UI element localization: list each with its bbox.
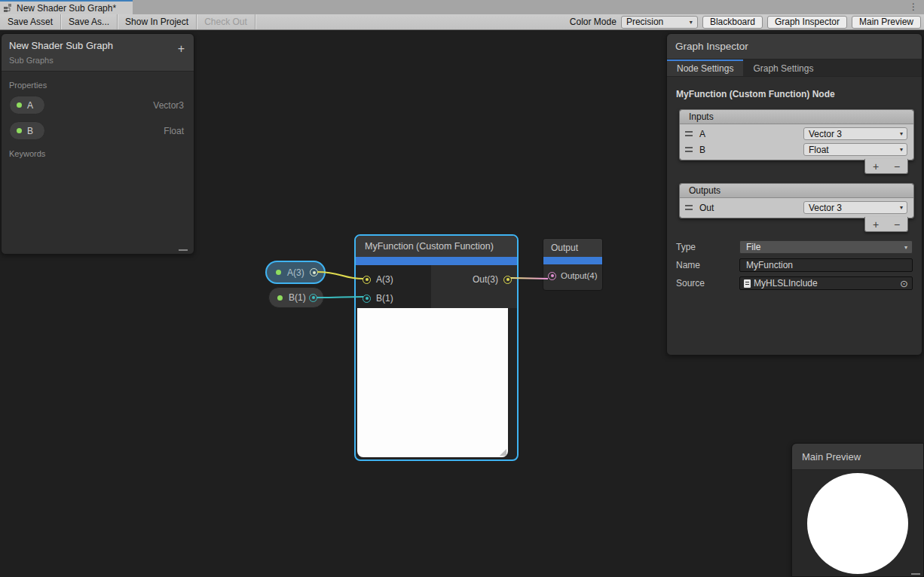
save-as-button[interactable]: Save As... <box>61 14 118 29</box>
add-input-button[interactable]: + <box>873 161 879 172</box>
property-dot-icon <box>276 270 281 275</box>
property-pill[interactable]: B <box>9 121 45 140</box>
shader-graph-window: New Shader Sub Graph* ⋮ Save Asset Save … <box>0 0 924 577</box>
show-in-project-button[interactable]: Show In Project <box>118 14 197 29</box>
panel-resize-handle[interactable] <box>911 573 920 575</box>
port-icon-vector4[interactable] <box>548 272 556 280</box>
toolbar-right-group: Color Mode Precision ▾ Blackboard Graph … <box>570 16 924 29</box>
output-port-icon[interactable] <box>309 294 317 302</box>
type-value: File <box>746 242 760 252</box>
property-type: Vector3 <box>153 100 184 111</box>
kebab-menu-icon[interactable]: ⋮ <box>909 1 918 14</box>
drag-handle-icon[interactable] <box>685 147 693 152</box>
input-type-value: Vector 3 <box>809 129 842 139</box>
drag-handle-icon[interactable] <box>685 131 693 136</box>
graph-inspector-toggle-button[interactable]: Graph Inspector <box>767 16 847 29</box>
input-port-output[interactable]: Output(4) <box>543 264 602 280</box>
blackboard-panel: New Shader Sub Graph Sub Graphs + Proper… <box>1 33 194 255</box>
input-row-a[interactable]: A Vector 3 ▾ <box>680 126 913 142</box>
output-type-dropdown[interactable]: Vector 3 ▾ <box>803 201 907 214</box>
name-label: Name <box>676 260 700 270</box>
blackboard-toggle-button[interactable]: Blackboard <box>702 16 763 29</box>
add-property-button[interactable]: + <box>178 43 185 55</box>
source-field-row: Source MyHLSLInclude ⊙ <box>667 276 922 290</box>
type-dropdown[interactable]: File ▾ <box>739 240 913 254</box>
object-picker-icon[interactable]: ⊙ <box>900 279 908 288</box>
blackboard-header[interactable]: New Shader Sub Graph Sub Graphs + <box>2 34 194 72</box>
input-type-dropdown[interactable]: Float ▾ <box>803 143 907 156</box>
property-row-b: B Float <box>9 121 194 141</box>
color-mode-value: Precision <box>626 17 663 27</box>
check-out-button: Check Out <box>197 14 255 29</box>
main-preview-title[interactable]: Main Preview <box>792 444 923 470</box>
remove-input-button[interactable]: − <box>894 161 900 172</box>
name-input[interactable]: MyFunction <box>739 258 913 272</box>
input-type-value: Float <box>809 145 829 155</box>
drag-handle-icon[interactable] <box>685 205 693 210</box>
port-label: Output(4) <box>561 271 598 280</box>
tab-new-shader-sub-graph[interactable]: New Shader Sub Graph* <box>0 0 133 14</box>
inputs-list: Inputs A Vector 3 ▾ B Float ▾ <box>679 109 914 160</box>
source-label: Source <box>676 278 705 288</box>
inspector-tab-bar: Node Settings Graph Settings <box>667 60 922 77</box>
input-port-a[interactable]: A(3) <box>363 274 393 285</box>
save-asset-button[interactable]: Save Asset <box>0 14 61 29</box>
property-pill[interactable]: A <box>9 96 45 114</box>
source-value: MyHLSLInclude <box>754 278 818 288</box>
exposed-dot-icon <box>17 128 22 133</box>
exposed-dot-icon <box>17 102 22 108</box>
chevron-down-icon: ▾ <box>690 19 693 26</box>
property-node-a[interactable]: A(3) <box>265 261 326 284</box>
output-port-icon[interactable] <box>310 268 318 276</box>
preview-resize-handle[interactable] <box>500 449 506 456</box>
port-icon-float[interactable] <box>363 295 371 303</box>
output-name[interactable]: Out <box>699 203 803 213</box>
type-field-row: Type File ▾ <box>667 240 922 254</box>
output-port-out[interactable]: Out(3) <box>473 274 512 285</box>
output-type-value: Vector 3 <box>809 203 842 213</box>
node-title[interactable]: MyFunction (Custom Function) <box>356 236 517 257</box>
property-node-label: A(3) <box>287 267 304 278</box>
inspected-node-title: MyFunction (Custom Function) Node <box>676 89 922 99</box>
input-name[interactable]: A <box>699 129 803 139</box>
inputs-list-footer: + − <box>864 159 908 174</box>
graph-inspector-panel: Graph Inspector Node Settings Graph Sett… <box>666 33 922 356</box>
name-field-row: Name MyFunction <box>667 258 922 272</box>
add-output-button[interactable]: + <box>873 219 879 230</box>
precision-color-bar <box>356 257 517 265</box>
node-title[interactable]: Output <box>543 239 602 257</box>
input-row-b[interactable]: B Float ▾ <box>680 142 913 157</box>
precision-color-bar <box>543 257 602 264</box>
color-mode-dropdown[interactable]: Precision ▾ <box>621 16 698 29</box>
input-type-dropdown[interactable]: Vector 3 ▾ <box>803 127 907 140</box>
remove-output-button[interactable]: − <box>894 219 900 230</box>
outputs-list: Outputs Out Vector 3 ▾ <box>679 183 914 218</box>
property-dot-icon <box>277 295 283 301</box>
output-node[interactable]: Output Output(4) <box>543 238 603 291</box>
main-preview-toggle-button[interactable]: Main Preview <box>852 16 921 29</box>
window-tab-strip: New Shader Sub Graph* ⋮ <box>0 0 924 14</box>
tab-node-settings[interactable]: Node Settings <box>667 60 743 76</box>
inspector-title[interactable]: Graph Inspector <box>667 34 922 60</box>
tab-title: New Shader Sub Graph* <box>17 3 116 14</box>
type-label: Type <box>676 242 696 252</box>
property-row-a: A Vector3 <box>9 95 194 115</box>
chevron-down-icon: ▾ <box>904 244 907 251</box>
properties-section-label: Properties <box>9 81 194 90</box>
property-node-b[interactable]: B(1) <box>268 287 324 308</box>
output-row-out[interactable]: Out Vector 3 ▾ <box>680 200 913 215</box>
input-name[interactable]: B <box>699 145 803 155</box>
input-port-b[interactable]: B(1) <box>363 293 393 304</box>
chevron-down-icon: ▾ <box>900 204 903 211</box>
chevron-down-icon: ▾ <box>900 146 903 153</box>
source-object-field[interactable]: MyHLSLInclude ⊙ <box>739 276 913 290</box>
port-icon-vector3[interactable] <box>363 276 371 284</box>
custom-function-node[interactable]: MyFunction (Custom Function) A(3) B(1) O… <box>354 234 519 461</box>
tab-graph-settings[interactable]: Graph Settings <box>743 60 823 76</box>
shader-sub-graph-icon <box>3 3 13 13</box>
port-label: B(1) <box>376 293 393 304</box>
outputs-list-footer: + − <box>864 217 908 232</box>
graph-toolbar: Save Asset Save As... Show In Project Ch… <box>0 14 924 30</box>
panel-resize-handle[interactable] <box>179 249 188 251</box>
port-icon-vector3[interactable] <box>503 276 512 284</box>
